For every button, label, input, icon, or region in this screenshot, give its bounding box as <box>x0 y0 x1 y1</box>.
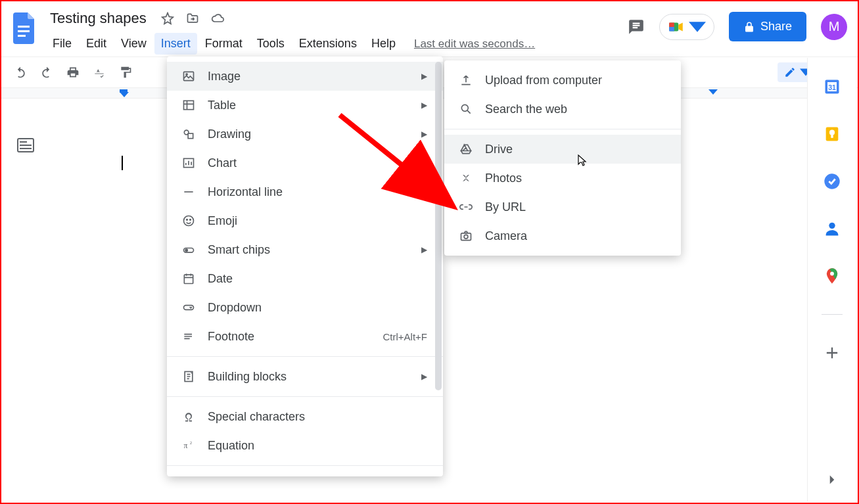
spellcheck-icon[interactable] <box>92 65 106 80</box>
drive-icon <box>459 143 473 156</box>
insert-equation-item[interactable]: π2 Equation <box>167 431 443 460</box>
svg-rect-5 <box>669 27 674 32</box>
svg-point-13 <box>829 223 835 229</box>
star-icon[interactable] <box>160 11 175 26</box>
menu-extensions[interactable]: Extensions <box>292 33 363 55</box>
svg-text:31: 31 <box>828 83 836 91</box>
svg-point-25 <box>185 249 187 251</box>
insert-buildingblocks-item[interactable]: Building blocks ▶ <box>167 362 443 391</box>
image-drive-item[interactable]: Drive <box>444 135 681 164</box>
contacts-app-icon[interactable] <box>823 219 841 238</box>
maps-app-icon[interactable] <box>823 267 841 285</box>
insert-dropdown-item[interactable]: Dropdown <box>167 293 443 322</box>
redo-icon[interactable] <box>39 65 54 80</box>
image-submenu-panel: Upload from computer Search the web Driv… <box>444 60 681 256</box>
document-title[interactable]: Testing shapes <box>46 9 151 28</box>
image-camera-item[interactable]: Camera <box>444 221 681 250</box>
svg-rect-2 <box>18 35 26 37</box>
comments-icon[interactable] <box>628 18 645 35</box>
image-searchweb-item[interactable]: Search the web <box>444 95 681 124</box>
svg-point-14 <box>830 272 834 276</box>
image-searchweb-label: Search the web <box>485 103 665 116</box>
insert-chart-item[interactable]: Chart ▶ <box>167 149 443 177</box>
menu-file[interactable]: File <box>46 33 78 55</box>
insert-date-item[interactable]: Date <box>167 264 443 293</box>
chart-icon <box>181 156 196 170</box>
image-photos-item[interactable]: Photos <box>444 164 681 193</box>
add-addon-icon[interactable] <box>823 344 841 362</box>
menu-insert[interactable]: Insert <box>154 33 197 55</box>
side-panel-expand-icon[interactable] <box>824 471 841 488</box>
image-drive-label: Drive <box>485 143 665 156</box>
left-indent-marker[interactable] <box>120 89 129 97</box>
insert-hline-item[interactable]: Horizontal line <box>167 177 443 206</box>
undo-icon[interactable] <box>13 65 28 80</box>
dropdown-icon <box>181 301 196 314</box>
paint-format-icon[interactable] <box>118 65 133 80</box>
svg-point-33 <box>464 235 468 239</box>
last-edit-status[interactable]: Last edit was seconds… <box>414 37 535 51</box>
image-byurl-label: By URL <box>485 200 665 214</box>
insert-table-item[interactable]: Table ▶ <box>167 91 443 120</box>
calendar-app-icon[interactable]: 31 <box>823 78 841 96</box>
text-cursor <box>122 156 123 170</box>
insert-dropdown-label: Dropdown <box>208 301 427 315</box>
svg-point-10 <box>829 130 835 135</box>
move-folder-icon[interactable] <box>185 11 200 26</box>
image-icon <box>181 70 196 83</box>
image-upload-item[interactable]: Upload from computer <box>444 66 681 95</box>
svg-text:2: 2 <box>190 440 192 445</box>
menu-view[interactable]: View <box>114 33 153 55</box>
date-icon <box>181 272 196 285</box>
share-button[interactable]: Share <box>729 12 806 41</box>
insert-emoji-item[interactable]: Emoji <box>167 206 443 235</box>
insert-table-label: Table <box>208 99 409 112</box>
svg-text:π: π <box>184 442 188 450</box>
insert-buildingblocks-label: Building blocks <box>208 370 409 384</box>
document-outline-button[interactable] <box>17 138 34 152</box>
keep-app-icon[interactable] <box>823 125 841 143</box>
photos-icon <box>459 172 473 185</box>
camera-icon <box>459 229 473 242</box>
meet-button[interactable] <box>659 14 714 40</box>
svg-rect-26 <box>184 275 193 283</box>
docs-logo[interactable] <box>12 11 38 46</box>
svg-rect-11 <box>831 135 833 138</box>
insert-drawing-item[interactable]: Drawing ▶ <box>167 120 443 149</box>
submenu-arrow-icon: ▶ <box>421 158 427 168</box>
menu-format[interactable]: Format <box>198 33 249 55</box>
svg-point-23 <box>190 219 191 221</box>
insert-emoji-label: Emoji <box>208 214 427 228</box>
svg-rect-0 <box>18 26 30 28</box>
insert-smartchips-item[interactable]: Smart chips ▶ <box>167 235 443 264</box>
upload-icon <box>459 74 473 87</box>
submenu-arrow-icon: ▶ <box>421 372 427 381</box>
menubar: File Edit View Insert Format Tools Exten… <box>46 33 628 55</box>
submenu-arrow-icon: ▶ <box>421 245 427 254</box>
insert-image-item[interactable]: Image ▶ <box>167 62 443 91</box>
svg-rect-19 <box>188 133 193 139</box>
menu-help[interactable]: Help <box>365 33 402 55</box>
menu-tools[interactable]: Tools <box>250 33 291 55</box>
account-avatar[interactable]: M <box>821 14 847 40</box>
insert-specialchars-item[interactable]: Special characters <box>167 402 443 431</box>
image-photos-label: Photos <box>485 172 665 185</box>
omega-icon <box>181 410 196 423</box>
insert-equation-label: Equation <box>208 439 427 453</box>
print-icon[interactable] <box>66 65 80 80</box>
image-upload-label: Upload from computer <box>485 74 665 87</box>
equation-icon: π2 <box>181 439 196 452</box>
insert-footnote-item[interactable]: Footnote Ctrl+Alt+F <box>167 322 443 351</box>
menu-edit[interactable]: Edit <box>80 33 113 55</box>
image-byurl-item[interactable]: By URL <box>444 193 681 221</box>
svg-rect-17 <box>184 101 194 109</box>
buildingblocks-icon <box>181 370 196 383</box>
right-indent-marker[interactable] <box>708 89 718 95</box>
footnote-shortcut: Ctrl+Alt+F <box>383 331 427 342</box>
submenu-arrow-icon: ▶ <box>421 101 427 110</box>
emoji-icon <box>181 214 196 227</box>
hline-icon <box>181 185 196 198</box>
menu-scrollbar[interactable] <box>435 62 442 390</box>
cloud-status-icon[interactable] <box>210 11 225 26</box>
tasks-app-icon[interactable] <box>823 172 841 191</box>
